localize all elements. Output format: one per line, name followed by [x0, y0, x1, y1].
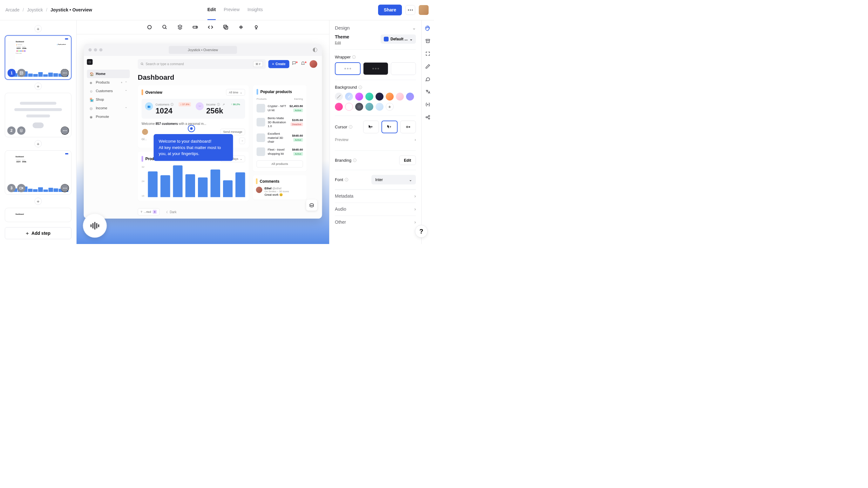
branding-edit-button[interactable]: Edit [399, 156, 416, 165]
add-step-after-1[interactable]: + [35, 83, 42, 90]
camera-tool-icon[interactable] [253, 24, 259, 30]
swatch-9[interactable] [345, 103, 353, 111]
audio-section[interactable]: Audio› [335, 203, 416, 216]
overlay-tool-icon[interactable] [223, 24, 229, 30]
swatch-5[interactable] [386, 93, 394, 101]
app-logo: ⬡ [87, 59, 93, 65]
nav-shop[interactable]: 🏪Shop [87, 95, 130, 104]
swatch-3[interactable] [365, 93, 373, 101]
notifications-icon[interactable] [301, 61, 307, 67]
step-1-more[interactable] [61, 69, 69, 77]
code-tool-icon[interactable] [208, 24, 214, 30]
traffic-lights [89, 48, 103, 52]
audio-tool-icon[interactable] [238, 24, 244, 30]
swatch-4[interactable] [376, 93, 383, 101]
product-row[interactable]: Crypter - NFT UI kit $2,453.80 Active [257, 102, 303, 114]
all-products-link[interactable]: All products [257, 160, 303, 168]
breadcrumb-parent[interactable]: Joystick [27, 8, 43, 13]
theme-select[interactable]: Default ...⌄ [381, 35, 416, 44]
create-button[interactable]: +Create [269, 60, 289, 68]
add-step-after-3[interactable]: + [35, 197, 42, 205]
step-3-more[interactable] [61, 184, 69, 192]
step-card-4[interactable]: Dashboard [5, 208, 71, 222]
more-menu-button[interactable] [405, 5, 415, 15]
input-tool-icon[interactable] [192, 24, 198, 30]
swatch-1[interactable] [345, 93, 353, 101]
swatch-8[interactable] [335, 103, 343, 111]
product-row[interactable]: Excellent material 3D chair $648.60 Acti… [257, 130, 303, 146]
layers-tool-icon[interactable] [177, 24, 183, 30]
rail-archive-icon[interactable] [425, 38, 431, 44]
svg-point-1 [21, 72, 21, 73]
search-bar[interactable]: Search or type a command ⌘ F [138, 59, 266, 69]
tooltip-content[interactable]: Welcome to your dashboard! All key metri… [154, 134, 233, 161]
metadata-section[interactable]: Metadata› [335, 190, 416, 203]
product-row[interactable]: Fleet - travel shopping kit $648.60 Acti… [257, 146, 303, 158]
rail-variables-icon[interactable] [425, 101, 431, 108]
step-card-3[interactable]: Dashboard Customers1024Income256k 3 [5, 150, 71, 195]
product-status: Active [293, 108, 303, 112]
callout-tool-icon[interactable] [162, 24, 168, 30]
overview-filter[interactable]: All time⌄ [226, 89, 245, 96]
wrapper-none[interactable] [391, 62, 416, 75]
wrapper-light[interactable] [335, 62, 361, 75]
swatch-add[interactable]: + [386, 103, 394, 111]
messages-icon[interactable] [292, 61, 298, 67]
share-button[interactable]: Share [378, 5, 402, 16]
swatch-6[interactable] [396, 93, 404, 101]
get-started-button[interactable]: ?...rted8 [138, 208, 160, 216]
cursor-dot[interactable] [400, 121, 416, 133]
swatch-2[interactable] [355, 93, 363, 101]
step-card-1[interactable]: Dashboard Overview Customers1024Income25… [5, 35, 71, 80]
other-section[interactable]: Other› [335, 216, 416, 229]
swatch-11[interactable] [365, 103, 373, 111]
tab-edit[interactable]: Edit [208, 7, 216, 20]
swatch-12[interactable] [376, 103, 383, 111]
breadcrumb-root[interactable]: Arcade [5, 8, 20, 13]
tab-preview[interactable]: Preview [224, 7, 240, 20]
inner-user-avatar[interactable] [310, 60, 317, 68]
rail-fullscreen-icon[interactable] [425, 51, 431, 57]
nav-customers[interactable]: ☺Customers⌃ [87, 87, 130, 95]
rail-share-icon[interactable] [425, 114, 431, 120]
cursor-pointer[interactable] [381, 121, 398, 133]
cursor-preview-link[interactable]: Preview› [335, 136, 416, 146]
design-section-header[interactable]: Design ⌄ [335, 25, 416, 31]
help-fab[interactable]: ? [415, 225, 428, 238]
step-number-1: 1 [8, 69, 16, 77]
user-avatar[interactable] [419, 5, 429, 15]
svg-point-16 [429, 27, 429, 28]
voice-recorder-fab[interactable] [83, 214, 107, 238]
cursor-default[interactable] [363, 121, 379, 133]
contrast-icon[interactable] [313, 48, 317, 52]
hotspot-tool-icon[interactable] [147, 24, 153, 30]
step-number-2: 2 [7, 126, 16, 135]
theme-edit-link[interactable]: Edit [335, 41, 349, 45]
add-step-before-1[interactable]: + [35, 25, 42, 32]
add-step-button[interactable]: +Add step [5, 227, 71, 239]
step-card-2-chapter[interactable]: 2 [5, 93, 71, 137]
rail-pen-icon[interactable] [425, 63, 431, 69]
nav-products[interactable]: ◈Products+ ⌃ [87, 78, 130, 87]
product-row[interactable]: Bento Matte 3D illustration 1.0 $105.60 … [257, 114, 303, 130]
canvas-stage[interactable]: Joystick • Overview ⬡ 🏠Home ◈Products+ ⌃… [76, 34, 329, 244]
rail-comment-icon[interactable] [425, 76, 431, 82]
corner-badge[interactable] [306, 200, 317, 211]
nav-promote[interactable]: ◉Promote [87, 113, 130, 121]
swatch-10[interactable] [355, 103, 363, 111]
font-select[interactable]: Inter⌄ [371, 175, 416, 185]
wrapper-dark[interactable] [363, 62, 388, 75]
search-icon [141, 63, 144, 66]
swatch-7[interactable] [406, 93, 414, 101]
hotspot-marker[interactable] [188, 125, 195, 132]
rail-palette-icon[interactable] [425, 25, 431, 31]
swatch-none[interactable] [335, 93, 343, 101]
nav-home[interactable]: 🏠Home [87, 69, 130, 78]
tab-insights[interactable]: Insights [248, 7, 263, 20]
add-step-after-2[interactable]: + [35, 140, 42, 147]
next-arrow[interactable]: → [239, 138, 245, 144]
rail-translate-icon[interactable] [425, 89, 431, 95]
browser-window: Joystick • Overview ⬡ 🏠Home ◈Products+ ⌃… [84, 44, 322, 219]
nav-income[interactable]: ◎Income⌃ [87, 104, 130, 113]
step-2-more[interactable] [61, 126, 69, 135]
